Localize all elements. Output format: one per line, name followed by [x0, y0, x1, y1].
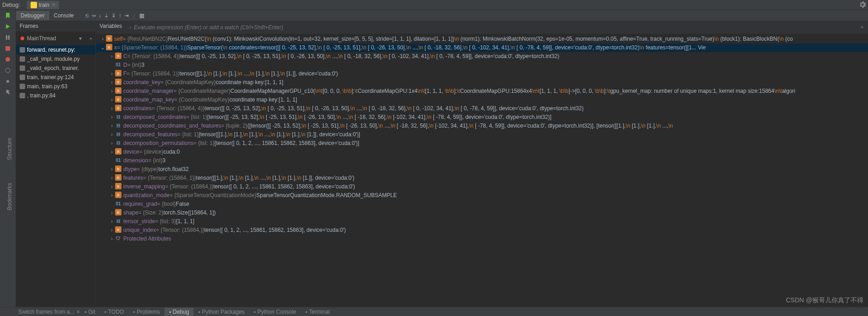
frame-item[interactable]: forward, resunet.py: [16, 45, 95, 54]
view-breakpoints-icon[interactable] [5, 56, 11, 63]
variable-row[interactable]: 01requires_grad = {bool} False [96, 200, 868, 209]
expand-toggle-icon[interactable]: › [109, 209, 115, 217]
evaluate-expression-icon[interactable]: ▦ [139, 12, 144, 19]
tab-debugger[interactable]: Debugger [16, 11, 49, 20]
bottom-tab-problems[interactable]: ▪Problems [128, 308, 164, 316]
frames-header: Frames [16, 21, 95, 32]
variable-type: = {Tensor: (15864, 1)} [143, 174, 196, 182]
rerun-icon[interactable] [5, 12, 11, 19]
expand-toggle-icon[interactable]: › [109, 113, 115, 121]
expand-toggle-icon[interactable]: › [109, 183, 115, 191]
thread-selector[interactable]: MainThread ▾ [18, 33, 84, 43]
step-into-my-code-icon[interactable]: ⇣ [104, 12, 109, 19]
expand-toggle-icon[interactable]: › [109, 79, 115, 86]
tab-console[interactable]: Console [49, 11, 79, 20]
bottom-tab-python-console[interactable]: ▪Python Console [249, 308, 301, 316]
variable-row[interactable]: ›≡dtype = {dtype} torch.float32 [96, 165, 868, 174]
variable-type: = {bool} [157, 200, 176, 208]
variable-row[interactable]: 01dimension = {int} 3 [96, 156, 868, 165]
step-into-icon[interactable]: ↓ [99, 12, 101, 19]
variable-row[interactable]: ›⊟decomposed_coordinates_and_features = … [96, 122, 868, 130]
expand-toggle-icon[interactable]: › [109, 174, 115, 182]
variable-row[interactable]: ›⊟decomposed_features = {list: 1} [tenso… [96, 130, 868, 139]
variable-row[interactable]: ›🛡Protected Attributes [96, 235, 868, 243]
step-over-icon[interactable]: ⤼ [91, 12, 96, 19]
variable-row[interactable]: ›≡unique_index = {Tensor: (15864,)} tens… [96, 226, 868, 235]
expand-toggle-icon[interactable]: › [109, 139, 115, 147]
sidebar-tab-bookmarks[interactable]: Bookmarks [6, 183, 13, 210]
chevron-down-icon: ▾ [79, 35, 82, 42]
force-step-into-icon[interactable]: ⇓ [111, 12, 116, 19]
bottom-tab-git[interactable]: ▪Git [80, 308, 100, 316]
step-out-icon[interactable]: ↑ [119, 12, 121, 19]
expand-toggle-icon[interactable]: › [109, 70, 115, 78]
pause-icon[interactable] [5, 34, 11, 41]
object-icon: ≡ [115, 148, 121, 155]
variable-row[interactable]: ⌄≡x = {SparseTensor: (15864, 1)} SparseT… [96, 43, 868, 52]
stop-icon[interactable] [5, 45, 11, 52]
frame-item[interactable]: _call_impl, module.py [16, 54, 95, 64]
expand-toggle-icon[interactable]: ⌄ [100, 44, 106, 52]
settings-icon[interactable] [5, 78, 11, 85]
bottom-tab-terminal[interactable]: ▪Terminal [301, 308, 335, 316]
variable-row[interactable]: ›≡shape = {Size: 2} torch.Size([15864, 1… [96, 209, 868, 217]
frame-item[interactable]: _valid_epoch, trainer. [16, 64, 95, 73]
expand-toggle-icon[interactable]: › [109, 226, 115, 234]
expand-toggle-icon[interactable]: › [109, 122, 115, 130]
frame-item[interactable]: , train.py:84 [16, 91, 95, 100]
variable-row[interactable]: ›⊟decomposed_coordinates = {list: 1} [te… [96, 113, 868, 122]
expand-toggle-icon[interactable]: › [109, 53, 115, 60]
bottom-tab-python-packages[interactable]: ▪Python Packages [194, 308, 249, 316]
debug-tab-title: train [39, 2, 49, 8]
variable-row[interactable]: ›⊟decomposition_permutations = {list: 1}… [96, 139, 868, 148]
variable-row[interactable]: ›≡coordinate_key = {CoordinateMapKey} co… [96, 78, 868, 87]
bottom-tab-debug[interactable]: ▪Debug [164, 308, 194, 316]
primitive-icon: 01 [115, 200, 121, 207]
sidebar-tab-structure[interactable]: Structure [6, 138, 13, 160]
expand-toggle-icon[interactable]: › [109, 96, 115, 104]
expand-toggle-icon[interactable]: › [100, 35, 106, 43]
variable-row[interactable]: ›≡coordinates = {Tensor: (15864, 4)} ten… [96, 104, 868, 113]
close-hint-icon[interactable]: × [77, 309, 80, 315]
variable-row[interactable]: ›≡coordinate_manager = {CoordinateManage… [96, 87, 868, 96]
expand-toggle-icon[interactable]: › [109, 148, 115, 156]
gear-icon[interactable] [859, 1, 866, 8]
variable-row[interactable]: ›≡inverse_mapping = {Tensor: (15864,)} t… [96, 182, 868, 191]
show-execution-point-icon[interactable]: ⎋ [85, 12, 89, 19]
variable-row[interactable]: ›≡device = {device} cuda:0 [96, 148, 868, 156]
variable-name: tensor_stride [123, 218, 155, 225]
add-thread-icon[interactable]: ＋ [86, 33, 95, 44]
variable-row[interactable]: ›≡quantization_mode = {SparseTensorQuant… [96, 191, 868, 200]
variable-row[interactable]: ›≡F = {Tensor: (15864, 1)} tensor([[1.],… [96, 70, 868, 78]
expand-toggle-icon[interactable]: › [109, 166, 115, 173]
variable-value: CoordinateMapManagerGPU_c10(\n\t[0, 0, 0… [231, 87, 795, 95]
expand-toggle-icon[interactable]: › [109, 235, 115, 243]
mute-breakpoints-icon[interactable] [5, 67, 11, 74]
expand-toggle-icon[interactable]: › [109, 218, 115, 225]
frame-list: forward, resunet.py:_call_impl, module.p… [16, 45, 95, 100]
variable-value: coordinate map key:[1, 1, 1] [230, 96, 297, 104]
variable-row[interactable]: ›≡features = {Tensor: (15864, 1)} tensor… [96, 174, 868, 182]
variable-row[interactable]: ›≡C = {Tensor: (15864, 4)} tensor([[ 0, … [96, 52, 868, 61]
variable-row[interactable]: ›≡coordinate_map_key = {CoordinateMapKey… [96, 96, 868, 104]
close-tab-icon[interactable]: × [52, 2, 55, 8]
variable-row[interactable]: 01D = {int} 3 [96, 61, 868, 70]
bottom-tab-todo[interactable]: ▪TODO [100, 308, 129, 316]
add-watch-icon[interactable]: ＋ [859, 23, 864, 31]
pin-icon[interactable] [5, 89, 11, 96]
resume-icon[interactable] [5, 23, 11, 30]
expand-toggle-icon[interactable]: › [109, 87, 115, 95]
variable-row[interactable]: ›⊟tensor_stride = {list: 3} [1, 1, 1] [96, 217, 868, 226]
variable-value: cuda:0 [163, 148, 180, 156]
evaluate-expression-input[interactable]: › Evaluate expression (Enter) or add a w… [126, 21, 868, 34]
variable-value: coordinate map key:[1, 1, 1] [216, 79, 283, 86]
expand-toggle-icon[interactable]: › [109, 105, 115, 112]
run-to-cursor-icon[interactable]: ⇥ [124, 12, 129, 19]
expand-toggle-icon[interactable]: › [109, 192, 115, 199]
variable-row[interactable]: ›≡self = {ResUNetBN2C} ResUNetBN2C(\n (c… [96, 35, 868, 43]
variable-name: features [123, 174, 143, 182]
debug-session-tab[interactable]: train × [27, 1, 59, 9]
expand-toggle-icon[interactable]: › [109, 131, 115, 139]
frame-item[interactable]: train, trainer.py:124 [16, 73, 95, 82]
frame-item[interactable]: main, train.py:63 [16, 82, 95, 91]
